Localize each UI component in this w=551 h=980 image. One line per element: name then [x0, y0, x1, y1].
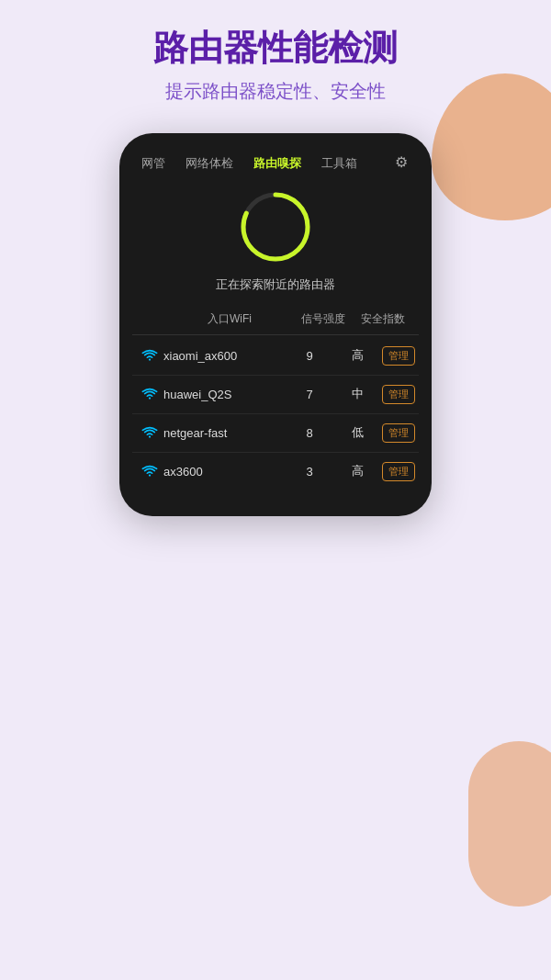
- manage-button[interactable]: 管理: [382, 462, 415, 481]
- wifi-manage-cell[interactable]: 管理: [378, 346, 415, 366]
- loading-text: 正在探索附近的路由器: [216, 276, 335, 293]
- wifi-manage-cell[interactable]: 管理: [378, 385, 415, 404]
- wifi-icon: [141, 465, 158, 478]
- wifi-security: 高: [337, 463, 378, 479]
- wifi-icon-cell: [136, 426, 163, 439]
- wifi-icon-cell: [136, 388, 163, 400]
- table-row: netgear-fast 8 低 管理: [132, 414, 419, 453]
- nav-item-toolbox[interactable]: 工具箱: [316, 152, 363, 175]
- wifi-name: ax3600: [163, 465, 282, 479]
- wifi-list-section: 入口WiFi 信号强度 安全指数 xiaomi_ax600 9 高: [119, 311, 432, 490]
- sub-title: 提示路由器稳定性、安全性: [165, 79, 386, 104]
- wifi-security: 高: [337, 347, 378, 364]
- loading-section: 正在探索附近的路由器: [119, 190, 432, 293]
- table-row: xiaomi_ax600 9 高 管理: [132, 337, 419, 376]
- wifi-security: 中: [337, 386, 378, 402]
- wifi-icon-cell: [136, 349, 163, 362]
- wifi-header-name: 入口WiFi: [163, 311, 296, 327]
- nav-item-luxiutan[interactable]: 路由嗅探: [248, 152, 307, 175]
- wifi-security: 低: [337, 424, 378, 441]
- loading-ring: [239, 190, 312, 264]
- wifi-list-header: 入口WiFi 信号强度 安全指数: [132, 311, 419, 335]
- wifi-signal: 9: [282, 349, 337, 363]
- main-title: 路由器性能检测: [153, 28, 398, 70]
- wifi-header-signal: 信号强度: [296, 311, 351, 327]
- manage-button[interactable]: 管理: [382, 423, 415, 443]
- wifi-manage-cell[interactable]: 管理: [378, 462, 415, 481]
- wifi-signal: 8: [282, 426, 337, 440]
- wifi-name: huawei_Q2S: [163, 388, 282, 401]
- table-row: huawei_Q2S 7 中 管理: [132, 376, 419, 414]
- wifi-header-security: 安全指数: [351, 311, 415, 327]
- gear-icon[interactable]: ⚙: [395, 153, 415, 174]
- nav-item-wanguan[interactable]: 网管: [136, 152, 171, 175]
- deco-shape-bottom: [468, 741, 551, 907]
- wifi-name: netgear-fast: [163, 426, 282, 440]
- wifi-icon: [141, 388, 158, 400]
- wifi-name: xiaomi_ax600: [163, 349, 282, 363]
- wifi-manage-cell[interactable]: 管理: [378, 423, 415, 443]
- wifi-icon-cell: [136, 465, 163, 478]
- nav-bar: 网管 网络体检 路由嗅探 工具箱 ⚙: [119, 152, 432, 175]
- wifi-icon: [141, 349, 158, 362]
- wifi-icon: [141, 426, 158, 439]
- nav-items: 网管 网络体检 路由嗅探 工具箱: [136, 152, 363, 175]
- page-content: 路由器性能检测 提示路由器稳定性、安全性 网管 网络体检 路由嗅探 工具箱 ⚙ …: [0, 0, 551, 516]
- manage-button[interactable]: 管理: [382, 385, 415, 404]
- nav-item-wangluotianjian[interactable]: 网络体检: [180, 152, 239, 175]
- table-row: ax3600 3 高 管理: [132, 453, 419, 490]
- wifi-signal: 3: [282, 465, 337, 479]
- wifi-signal: 7: [282, 388, 337, 401]
- phone-frame: 网管 网络体检 路由嗅探 工具箱 ⚙ 正在探索附近的路由器 入口WiFi: [119, 133, 432, 516]
- manage-button[interactable]: 管理: [382, 346, 415, 366]
